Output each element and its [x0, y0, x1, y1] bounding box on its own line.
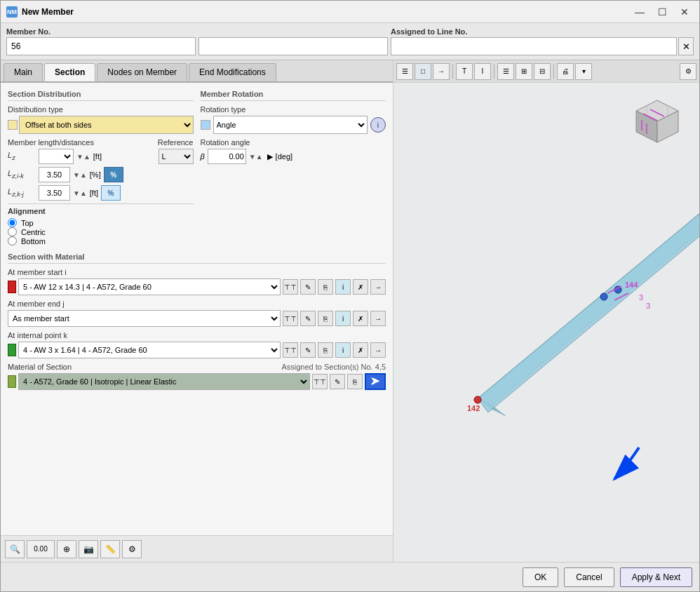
material-table-btn[interactable]: ⊤⊤ [312, 374, 328, 389]
lzik-input[interactable] [39, 167, 70, 182]
view-grid2-btn[interactable]: ⊞ [516, 63, 532, 80]
mid-field [198, 27, 388, 55]
apply-next-button[interactable]: Apply & Next [620, 567, 692, 587]
internal-info-btn[interactable]: i [335, 342, 351, 358]
lzkj-row: Lz,k-j ▼▲ [ft] % [8, 185, 194, 201]
lzik-unit: [%] [90, 170, 101, 179]
toolbar-measure-btn[interactable]: 📏 [100, 540, 120, 558]
end-more-btn[interactable]: → [370, 311, 386, 326]
end-info-btn[interactable]: i [335, 311, 351, 326]
at-start-select[interactable]: 5 - AW 12 x 14.3 | 4 - A572, Grade 60 [18, 278, 281, 295]
lz-row: Lz ▼▲ [ft] L [8, 149, 194, 164]
window-title: New Member [22, 7, 626, 17]
radio-bottom-input[interactable] [8, 236, 17, 245]
distribution-type-select[interactable]: Offset at both sides [19, 116, 194, 134]
tab-section[interactable]: Section [44, 63, 95, 81]
material-edit-btn[interactable]: ✎ [330, 374, 345, 389]
toolbar-search-btn[interactable]: 🔍 [5, 540, 25, 558]
alignment-label: Alignment [8, 207, 194, 215]
rotation-type-label: Rotation type [201, 105, 386, 114]
radio-centric-input[interactable] [8, 227, 17, 236]
internal-copy-btn[interactable]: ⎘ [318, 342, 333, 358]
app-icon: NM [6, 6, 18, 18]
start-x-btn[interactable]: ✗ [353, 279, 368, 295]
view-arr-btn[interactable]: → [433, 63, 450, 80]
lzkj-pct-button[interactable]: % [101, 185, 121, 201]
close-button[interactable]: ✕ [675, 4, 694, 20]
internal-table-btn[interactable]: ⊤⊤ [283, 342, 298, 358]
start-info-btn[interactable]: i [335, 279, 351, 295]
tab-content: Section Distribution Distribution type O… [1, 83, 393, 535]
divider1 [8, 203, 194, 204]
at-internal-label: At internal point k [8, 331, 386, 339]
member-rotation-group: Member Rotation Rotation type Angle i [201, 90, 386, 245]
rotation-info-button[interactable]: i [370, 117, 386, 133]
lzkj-input[interactable] [39, 185, 70, 201]
toolbar-camera-btn[interactable]: 📷 [79, 540, 98, 558]
radio-centric-label: Centric [21, 228, 46, 236]
end-edit-btn[interactable]: ✎ [300, 311, 316, 326]
start-more-btn[interactable]: → [370, 279, 386, 295]
toolbar-snap-btn[interactable]: ⊕ [57, 540, 76, 558]
end-x-btn[interactable]: ✗ [353, 311, 368, 326]
radio-top-input[interactable] [8, 218, 17, 227]
view-t-btn[interactable]: T [456, 63, 473, 80]
view-grid-btn[interactable]: ☰ [396, 63, 413, 80]
tab-end-modifications[interactable]: End Modifications [189, 63, 276, 81]
lz-select[interactable] [39, 149, 74, 164]
material-row: 4 - A572, Grade 60 | Isotropic | Linear … [8, 373, 386, 390]
at-start-label: At member start i [8, 268, 386, 276]
minimize-button[interactable]: — [631, 4, 649, 20]
member-no-input[interactable] [6, 37, 196, 55]
svg-text:3: 3 [639, 293, 643, 302]
toolbar-coord-btn[interactable]: 0.00 [27, 540, 55, 558]
material-select[interactable]: 4 - A572, Grade 60 | Isotropic | Linear … [18, 373, 310, 390]
internal-edit-btn[interactable]: ✎ [300, 342, 316, 358]
section-distribution-group: Section Distribution Distribution type O… [8, 90, 194, 245]
lzik-pct-button[interactable]: % [104, 167, 123, 182]
member-no-field: Member No. [6, 27, 196, 55]
view-more-btn[interactable]: ▾ [575, 63, 592, 80]
section-distribution-title: Section Distribution [8, 90, 194, 101]
alignment-group: Alignment Top Centric Bott [8, 207, 194, 245]
member-rotation-title: Member Rotation [201, 90, 386, 101]
view-minus-btn[interactable]: ⊟ [534, 63, 551, 80]
view-box-btn[interactable]: □ [415, 63, 431, 80]
mid-input[interactable] [198, 37, 388, 55]
assigned-clear-button[interactable]: ✕ [678, 37, 694, 55]
at-end-select[interactable]: As member start [8, 310, 281, 327]
material-copy-btn[interactable]: ⎘ [347, 374, 363, 389]
view-gear-btn[interactable]: ⚙ [680, 63, 696, 80]
member-length-label: Member length/distances [8, 138, 94, 147]
view-list-btn[interactable]: ☰ [497, 63, 514, 80]
material-special-btn[interactable]: ⮞ [365, 373, 386, 390]
start-copy-btn[interactable]: ⎘ [318, 279, 333, 295]
radio-top-label: Top [21, 219, 34, 227]
at-start-row: 5 - AW 12 x 14.3 | 4 - A572, Grade 60 ⊤⊤… [8, 278, 386, 295]
start-edit-btn[interactable]: ✎ [300, 279, 316, 295]
beta-unit: [deg] [276, 152, 292, 161]
assigned-input[interactable] [391, 37, 677, 55]
tab-nodes[interactable]: Nodes on Member [97, 63, 187, 81]
cancel-button[interactable]: Cancel [564, 567, 614, 587]
tab-main[interactable]: Main [4, 63, 43, 81]
svg-text:3: 3 [646, 302, 650, 310]
view-i-btn[interactable]: I [474, 63, 491, 80]
restore-button[interactable]: ☐ [653, 4, 671, 20]
at-end-label: At member end j [8, 300, 386, 308]
lzik-label: Lz,i-k [8, 169, 36, 180]
end-table-btn[interactable]: ⊤⊤ [283, 311, 298, 326]
toolbar-settings-btn[interactable]: ⚙ [122, 540, 142, 558]
reference-label: Reference [158, 138, 194, 147]
at-internal-select[interactable]: 4 - AW 3 x 1.64 | 4 - A572, Grade 60 [18, 342, 281, 358]
internal-more-btn[interactable]: → [370, 342, 386, 358]
beta-input[interactable] [208, 149, 246, 164]
lz-ref-select[interactable]: L [159, 149, 194, 164]
internal-x-btn[interactable]: ✗ [353, 342, 368, 358]
assigned-field: Assigned to Line No. ✕ [391, 27, 694, 55]
rotation-type-select[interactable]: Angle [213, 116, 368, 134]
view-print-btn[interactable]: 🖨 [557, 63, 574, 80]
end-copy-btn[interactable]: ⎘ [318, 311, 333, 326]
ok-button[interactable]: OK [523, 567, 558, 587]
start-table-btn[interactable]: ⊤⊤ [283, 279, 298, 295]
